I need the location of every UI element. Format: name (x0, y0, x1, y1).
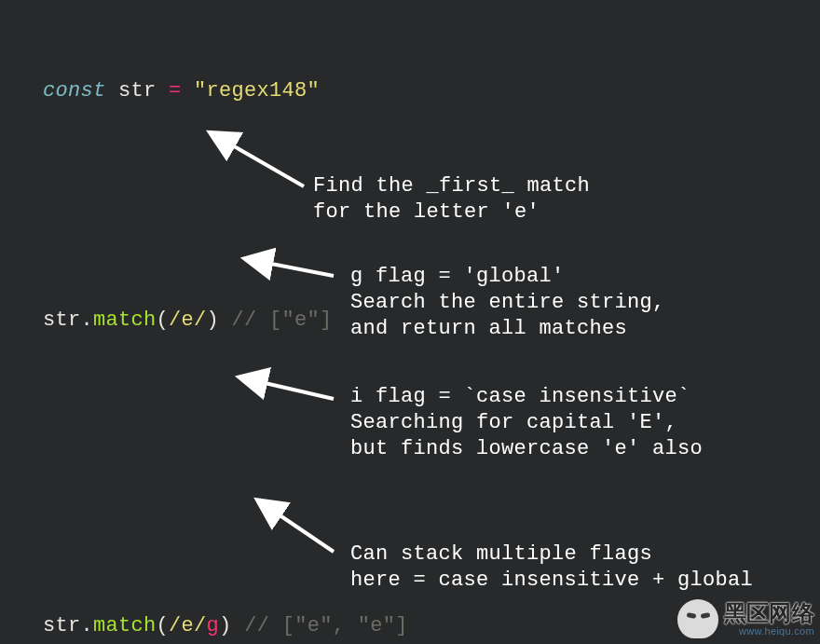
annotation-2: g flag = 'global' Search the entire stri… (350, 264, 665, 342)
op-assign: = (169, 79, 182, 103)
keyword-const: const (43, 79, 106, 103)
annotation-1: Find the _first_ match for the letter 'e… (313, 173, 590, 226)
code-line-decl: const str = "regex148" (43, 76, 420, 106)
comment: // ["e", "e"] (244, 614, 408, 637)
watermark-icon (677, 599, 718, 638)
annotation-3: i flag = `case insensitive` Searching fo… (350, 384, 703, 462)
watermark-url: www.heiqu.com (724, 626, 814, 637)
watermark: 黑区网络 www.heiqu.com (677, 599, 814, 638)
comment: // ["e"] (232, 308, 333, 332)
annotation-4: Can stack multiple flags here = case ins… (350, 541, 753, 594)
code-line-2: str.match(/e/g) // ["e", "e"] (43, 611, 420, 641)
var-name: str (118, 79, 157, 103)
watermark-title: 黑区网络 (724, 602, 814, 624)
string-literal: "regex148" (194, 79, 320, 103)
